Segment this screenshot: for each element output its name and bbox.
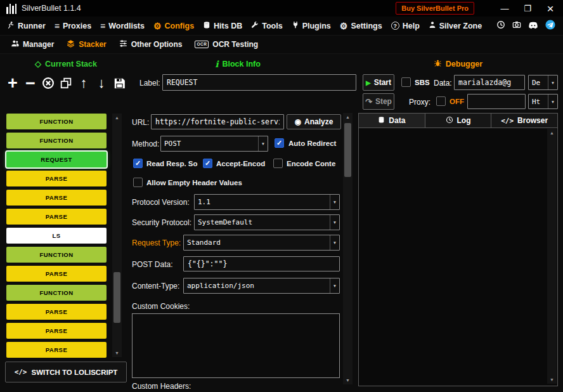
proxy-input[interactable] [467, 94, 526, 109]
history-button[interactable] [496, 20, 505, 32]
request-type-dropdown[interactable]: Standard ▼ [183, 235, 340, 251]
stack-block[interactable]: PARSE [6, 190, 107, 206]
protocol-version-dropdown[interactable]: 1.1 ▼ [194, 194, 340, 210]
auto-redirect-checkbox[interactable] [275, 138, 284, 148]
close-button[interactable]: × [541, 3, 559, 15]
gear-icon: ⚙ [340, 22, 348, 30]
debugger-scrollbar[interactable]: ▲ ▼ [547, 129, 557, 384]
custom-cookies-textarea[interactable] [132, 313, 340, 378]
minimize-button[interactable]: — [496, 4, 514, 13]
scroll-down-icon[interactable]: ▼ [112, 349, 122, 357]
code-icon: </> [501, 117, 514, 125]
menu-item-help[interactable]: ? Help [387, 16, 424, 35]
stack-block[interactable]: PARSE [6, 304, 107, 320]
stack-block[interactable]: PARSE [6, 266, 107, 282]
security-protocol-label: Security Protocol: [132, 218, 191, 227]
telegram-button[interactable] [545, 20, 555, 32]
allow-empty-headers-label: Allow Empty Header Values [146, 179, 242, 186]
debugger-panel: Data Log </> Browser ▲ ▼ [358, 113, 558, 386]
tab-browser[interactable]: </> Browser [491, 113, 558, 127]
scrollbar-thumb[interactable] [344, 123, 351, 177]
proxy-type-dropdown[interactable]: Ht ▼ [528, 94, 558, 109]
section-header-debugger: Debugger [358, 59, 558, 69]
accept-encoding-checkbox[interactable] [203, 159, 212, 168]
stack-scrollbar[interactable]: ▲ ▼ [112, 114, 122, 357]
camera-icon [512, 20, 521, 32]
url-input[interactable] [151, 114, 284, 129]
clear-blocks-button[interactable] [42, 73, 55, 93]
menu-item-proxies[interactable]: ≡ Proxies [50, 16, 96, 35]
scroll-down-icon[interactable]: ▼ [343, 376, 353, 384]
chevron-down-icon: ▼ [330, 235, 339, 250]
code-icon: </> [15, 368, 27, 376]
stack-block[interactable]: FUNCTION [6, 247, 107, 263]
security-protocol-dropdown[interactable]: SystemDefault ▼ [194, 214, 340, 230]
stack-block[interactable]: LS [6, 228, 107, 244]
start-button[interactable]: ▶ Start [363, 74, 394, 91]
proxy-checkbox[interactable] [436, 96, 446, 106]
clone-block-button[interactable] [60, 73, 72, 93]
remove-block-button[interactable]: − [24, 73, 37, 93]
menu-label: Settings [351, 22, 382, 30]
maximize-button[interactable]: ❐ [519, 4, 536, 13]
tab-log[interactable]: Log [425, 113, 492, 127]
buy-pro-button[interactable]: Buy SilverBullet Pro [396, 2, 474, 15]
scroll-up-icon[interactable]: ▲ [343, 113, 353, 121]
analyze-button[interactable]: ◉ Analyze [287, 114, 341, 129]
dropdown-value: SystemDefault [195, 215, 330, 230]
subtab-stacker[interactable]: Stacker [61, 36, 112, 53]
save-stack-button[interactable] [113, 73, 126, 93]
step-label: Step [375, 97, 392, 106]
tab-data[interactable]: Data [358, 113, 425, 127]
method-dropdown[interactable]: POST ▼ [160, 136, 268, 152]
scroll-up-icon[interactable]: ▲ [112, 114, 122, 122]
custom-headers-label: Custom Headers: [132, 382, 191, 391]
screenshot-button[interactable] [512, 20, 521, 32]
menu-item-configs[interactable]: ⚙ Configs [149, 16, 198, 35]
stack-block[interactable]: PARSE [6, 171, 107, 186]
menu-item-tools[interactable]: Tools [247, 16, 287, 35]
menu-item-hits-db[interactable]: Hits DB [198, 16, 247, 35]
scroll-down-icon[interactable]: ▼ [547, 376, 557, 384]
list-icon: ≡ [55, 22, 60, 30]
start-label: Start [374, 78, 391, 87]
data-type-dropdown[interactable]: De ▼ [528, 75, 558, 90]
add-block-button[interactable]: + [6, 73, 19, 93]
stack-block[interactable]: FUNCTION [6, 285, 107, 301]
post-data-input[interactable] [183, 256, 340, 271]
move-down-button[interactable]: ↓ [95, 73, 108, 93]
content-type-label: Content-Type: [132, 282, 179, 291]
scroll-up-icon[interactable]: ▲ [547, 129, 557, 137]
menu-item-runner[interactable]: Runner [3, 16, 50, 35]
step-button[interactable]: ↷ Step [363, 93, 394, 110]
stack-block[interactable]: PARSE [6, 323, 107, 339]
sbs-checkbox[interactable] [401, 77, 411, 87]
scrollbar-thumb[interactable] [113, 272, 120, 323]
allow-empty-headers-checkbox[interactable] [133, 178, 143, 187]
discord-button[interactable] [528, 20, 538, 32]
block-info-scrollbar[interactable]: ▲ ▼ [343, 113, 353, 384]
plug-icon [292, 21, 299, 30]
menu-item-silver-zone[interactable]: Silver Zone [424, 16, 486, 35]
subtab-manager[interactable]: Manager [5, 36, 60, 53]
switch-to-loliscript-button[interactable]: </> SWITCH TO LOLISCRIPT [5, 362, 127, 382]
menu-item-settings[interactable]: ⚙ Settings [335, 16, 387, 35]
subtab-other-options[interactable]: Other Options [113, 36, 188, 53]
debug-data-input[interactable] [454, 75, 525, 90]
block-label-input[interactable] [162, 74, 356, 91]
menu-label: Wordlists [108, 22, 145, 30]
subtab-ocr-testing[interactable]: OCR OCR Testing [189, 36, 264, 53]
stack-block[interactable]: REQUEST [6, 152, 107, 167]
stack-block[interactable]: PARSE [6, 209, 107, 225]
stack-block[interactable]: PARSE [6, 342, 107, 358]
method-label: Method: [132, 140, 159, 148]
diamond-icon: ◇ [35, 59, 41, 69]
read-response-checkbox[interactable] [133, 159, 143, 168]
encode-content-checkbox[interactable] [273, 159, 283, 168]
stack-block[interactable]: FUNCTION [6, 133, 107, 148]
move-up-button[interactable]: ↑ [77, 73, 90, 93]
content-type-dropdown[interactable]: application/json ▼ [183, 278, 340, 294]
menu-item-plugins[interactable]: Plugins [287, 16, 335, 35]
stack-block[interactable]: FUNCTION [6, 114, 107, 129]
menu-item-wordlists[interactable]: ≡ Wordlists [96, 16, 149, 35]
